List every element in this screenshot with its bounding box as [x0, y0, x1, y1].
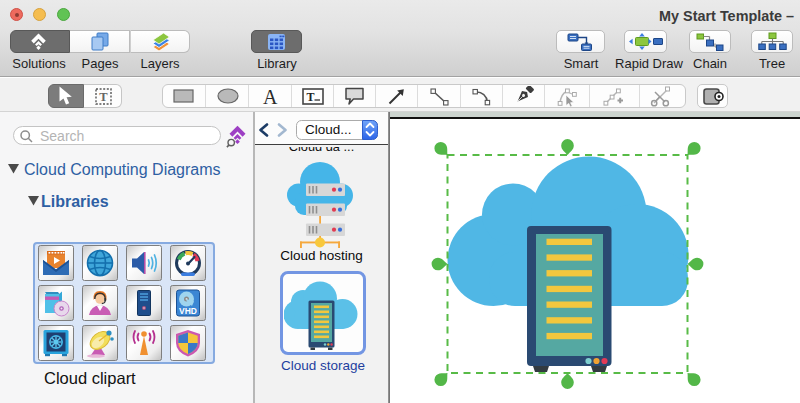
svg-text:VHD: VHD	[179, 306, 197, 316]
svg-text:T: T	[306, 90, 314, 104]
svg-text:T: T	[99, 90, 108, 104]
